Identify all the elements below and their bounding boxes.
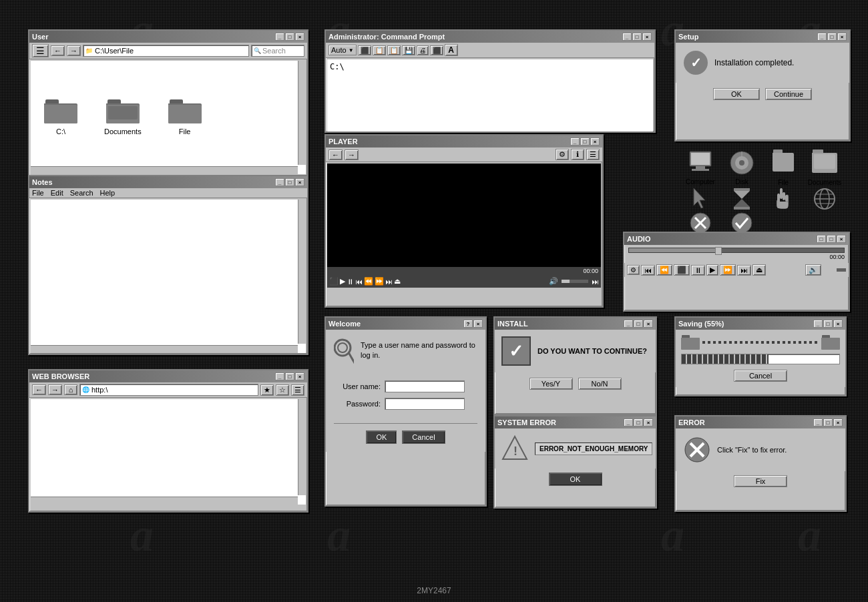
install-no-btn[interactable]: No/N [578,378,622,390]
browser-star-outline-btn[interactable]: ☆ [276,384,289,396]
folder-item-docs[interactable]: Documents [104,99,142,135]
welcome-ok-btn[interactable]: OK [366,430,397,444]
audio-title-bar[interactable]: AUDIO □ □ × [624,233,849,245]
sys-error-min-btn[interactable]: _ [624,418,633,426]
setup-ok-btn[interactable]: OK [713,88,760,100]
cmd-title-bar[interactable]: Administrator: Command Prompt _ □ × [326,31,654,43]
browser-back-btn[interactable]: ← [32,384,46,395]
player-rew-btn[interactable]: ⏪ [364,277,373,286]
browser-star-btn[interactable]: ★ [260,384,274,396]
browser-scrollbar-h[interactable] [31,497,298,505]
player-play-btn[interactable]: ▶ [340,277,345,286]
cmd-btn-5[interactable]: 🖨 [417,45,429,55]
saving-cancel-btn[interactable]: Cancel [734,370,787,382]
player-max-btn[interactable]: □ [580,137,590,145]
player-title-bar[interactable]: PLAYER _ □ × [326,135,602,147]
audio-vol-btn[interactable]: 🔊 [805,264,821,276]
sys-error-title-bar[interactable]: SYSTEM ERROR _ □ × [495,416,656,428]
install-yes-btn[interactable]: Yes/Y [529,378,573,390]
browser-scrollbar-v[interactable] [298,399,306,495]
player-ff-btn[interactable]: ⏩ [375,277,384,286]
browser-home-btn[interactable]: ⌂ [64,384,77,395]
browser-menu-btn[interactable]: ☰ [291,384,304,396]
error-max-btn[interactable]: □ [823,418,833,426]
notes-min-btn[interactable]: _ [275,178,284,186]
cmd-btn-6[interactable]: ⬛ [430,45,443,55]
cmd-min-btn[interactable]: _ [622,33,632,41]
notes-menu-edit[interactable]: Edit [51,189,63,197]
setup-title-bar[interactable]: Setup _ □ × [676,31,849,43]
cmd-btn-2[interactable]: 📋 [373,45,386,55]
welcome-cancel-btn[interactable]: Cancel [402,430,445,444]
audio-next-btn[interactable]: ⏭ [737,265,751,276]
browser-min-btn[interactable]: _ [275,372,284,380]
player-prev-btn[interactable]: ⏮ [355,278,363,286]
audio-prev-btn[interactable]: ⏮ [641,265,655,276]
cmd-font-btn[interactable]: A [445,44,458,56]
sys-error-close-btn[interactable]: × [644,418,653,426]
maximize-btn[interactable]: □ [285,33,294,41]
audio-stop-btn[interactable]: ⬛ [674,264,690,276]
player-pause-btn[interactable]: ⏸ [347,278,354,286]
sys-error-max-btn[interactable]: □ [634,418,643,426]
back-btn[interactable]: ← [51,45,65,56]
player-close-btn[interactable]: × [590,137,600,145]
audio-seekbar[interactable] [628,248,845,253]
audio-close-btn[interactable]: × [837,235,846,243]
computer-icon-item[interactable]: Computer [680,150,721,186]
setup-continue-btn[interactable]: Continue [765,88,812,100]
browser-forward-btn[interactable]: → [48,384,62,395]
disk-icon-item[interactable]: Disk [721,150,763,186]
password-input[interactable] [385,398,465,410]
search-input[interactable]: 🔍 Search [251,45,304,57]
player-info-btn[interactable]: ℹ [571,149,584,160]
player-stop-btn[interactable]: ⬛ [329,277,339,286]
install-min-btn[interactable]: _ [624,320,633,328]
url-input[interactable]: 🌐 http:\ [79,384,258,396]
minimize-btn[interactable]: _ [275,33,284,41]
cmd-max-btn[interactable]: □ [632,33,642,41]
player-next2-btn[interactable]: ⏭ [592,278,599,286]
audio-pause-btn[interactable]: ⏸ [691,265,705,276]
username-input[interactable] [385,380,465,392]
sys-error-ok-btn[interactable]: OK [549,473,602,486]
audio-vol-slider[interactable] [823,268,846,272]
setup-close-btn[interactable]: × [837,33,847,41]
player-timeline[interactable]: 00:00 [327,267,601,275]
folder-item-c[interactable]: C:\ [44,99,77,135]
cmd-btn-1[interactable]: ⬛ [358,45,371,55]
saving-max-btn[interactable]: □ [823,320,833,328]
welcome-close-btn[interactable]: × [473,320,483,328]
saving-close-btn[interactable]: × [833,320,843,328]
player-min-btn[interactable]: _ [570,137,580,145]
path-input[interactable]: 📁 C:\User\File [83,45,249,57]
install-close-btn[interactable]: × [644,320,653,328]
player-back-btn[interactable]: ← [329,149,343,160]
close-btn[interactable]: × [295,33,304,41]
notes-max-btn[interactable]: □ [285,178,294,186]
scrollbar-horizontal[interactable] [31,166,298,174]
cmd-btn-3[interactable]: 📋 [387,45,401,55]
player-forward-btn[interactable]: → [345,149,359,160]
cmd-btn-4[interactable]: 💾 [402,45,415,55]
install-max-btn[interactable]: □ [634,320,643,328]
folder-item-file[interactable]: File [168,99,202,135]
cmd-auto-dropdown[interactable]: Auto ▼ [329,45,357,55]
notes-menu-search[interactable]: Search [70,189,93,197]
browser-title-bar[interactable]: WEB BROWSER _ □ × [29,370,307,382]
audio-play-btn[interactable]: ▶ [706,264,718,276]
player-settings-btn[interactable]: ⚙ [556,149,569,160]
audio-min-btn[interactable]: □ [817,235,826,243]
welcome-help-btn[interactable]: ? [463,320,473,328]
audio-settings-btn[interactable]: ⚙ [627,265,640,275]
player-eject-btn[interactable]: ⏏ [394,277,401,286]
notes-menu-help[interactable]: Help [100,189,116,197]
saving-min-btn[interactable]: _ [813,320,823,328]
player-menu-btn[interactable]: ☰ [586,149,600,160]
file-explorer-title-bar[interactable]: User _ □ × [29,31,307,43]
notes-scrollbar-h[interactable] [31,345,298,353]
saving-title-bar[interactable]: Saving (55%) _ □ × [676,318,845,330]
audio-thumb[interactable] [715,247,722,255]
browser-close-btn[interactable]: × [295,372,304,380]
docs-icon-item[interactable]: Documents [804,149,845,186]
